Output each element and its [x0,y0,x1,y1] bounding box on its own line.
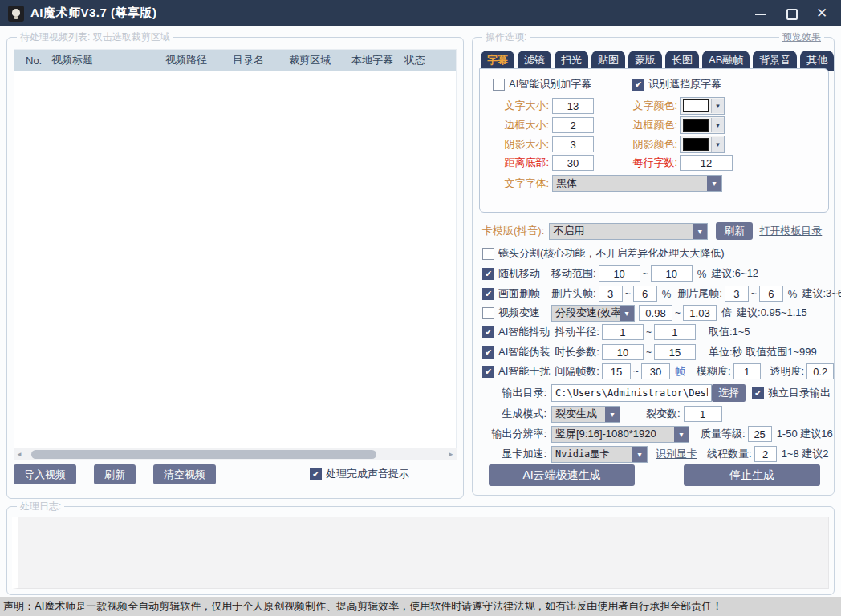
independent-dir-checkbox[interactable]: ✔ [752,387,764,399]
independent-dir-label: 独立目录输出 [768,386,831,400]
disclaimer-bar: 声明：AI魔术师是一款视频全自动剪辑软件，仅用于个人原创视频制作、提高剪辑效率，… [0,597,841,616]
interval-max-input[interactable] [641,363,670,379]
gpu-select[interactable]: Nvidia显卡 ▾ [551,446,648,463]
quality-hint: 1-50 建议16 [777,427,833,441]
bottom-distance-input[interactable] [552,155,594,171]
quality-input[interactable] [748,426,772,442]
jitter-max-input[interactable] [654,324,696,340]
text-size-input[interactable] [552,98,594,114]
resolution-select[interactable]: 竖屏[9:16]-1080*1920 ▾ [551,426,689,443]
scroll-right-icon[interactable]: ► [445,451,457,458]
scrollbar-thumb[interactable] [31,450,376,459]
random-move-checkbox[interactable]: ✔ [482,268,494,280]
interval-frames-label: 间隔帧数: [555,364,599,379]
shadow-color-select[interactable]: ▾ [680,136,725,153]
detect-gpu-link[interactable]: 识别显卡 [656,447,697,461]
interval-min-input[interactable] [602,363,631,379]
move-range-hint: 建议:6~12 [711,266,758,281]
chevron-down-icon: ▾ [674,427,689,442]
open-template-dir-link[interactable]: 打开模板目录 [759,224,822,238]
border-size-input[interactable] [552,117,594,133]
head-frames-max-input[interactable] [633,286,657,302]
cover-subtitle-checkbox[interactable]: ✔ [632,79,644,91]
log-textarea[interactable] [12,517,829,589]
move-range-min-input[interactable] [599,265,640,282]
scroll-left-icon[interactable]: ◄ [14,451,25,458]
duration-min-input[interactable] [602,344,644,360]
head-frames-label: 删片头帧: [551,286,596,301]
fission-count-input[interactable] [684,406,722,422]
stop-generate-button[interactable]: 停止生成 [684,464,820,486]
table-header-cell: 视频标题 [51,53,165,67]
output-dir-input[interactable] [551,384,712,402]
border-size-label: 边框大小: [480,118,549,132]
duration-max-input[interactable] [654,344,696,360]
border-color-select[interactable]: ▾ [680,116,725,134]
duration-param-label: 时长参数: [555,345,599,359]
chevron-down-icon: ▾ [711,99,724,113]
log-panel: 处理日志: [6,506,835,595]
tail-frames-min-input[interactable] [725,286,749,302]
cloud-generate-button[interactable]: AI云端极速生成 [489,464,635,486]
speed-hint: 建议:0.95~1.15 [737,306,807,320]
chevron-down-icon: ▾ [711,137,724,152]
threads-label: 线程数量: [707,447,752,461]
video-speed-checkbox[interactable] [482,307,494,319]
chevron-down-icon: ▾ [711,118,724,132]
choose-dir-button[interactable]: 选择 [712,384,746,402]
clear-videos-button[interactable]: 清空视频 [153,464,216,484]
ai-disguise-checkbox[interactable]: ✔ [482,346,494,359]
refresh-list-button[interactable]: 刷新 [94,464,136,484]
gen-mode-select[interactable]: 裂变生成 ▾ [551,406,620,423]
close-icon[interactable]: ✕ [815,7,828,20]
shot-split-checkbox[interactable] [482,248,494,260]
border-color-swatch [683,119,709,132]
gen-mode-label: 生成模式: [482,407,546,421]
ai-subtitle-checkbox[interactable] [493,79,505,91]
speed-unit: 倍 [721,306,732,320]
jitter-min-input[interactable] [602,324,644,340]
horizontal-scrollbar[interactable]: ◄ ► [14,448,457,460]
speed-mode-select[interactable]: 分段变速(效率优 ▾ [551,305,635,322]
blur-label: 模糊度: [697,364,731,379]
quality-label: 质量等级: [701,427,746,441]
app-logo-icon [8,6,24,22]
import-video-button[interactable]: 导入视频 [14,464,76,484]
shadow-size-input[interactable] [552,136,594,152]
head-frames-min-input[interactable] [599,286,623,302]
cover-subtitle-label: 识别遮挡原字幕 [648,77,721,91]
frame-delete-checkbox[interactable]: ✔ [482,288,494,300]
opacity-input[interactable] [806,363,834,379]
video-table-body[interactable] [14,71,456,448]
shot-split-label: 镜头分割(核心功能，不开启差异化处理大大降低) [498,246,725,261]
threads-input[interactable] [754,446,777,462]
blur-input[interactable] [733,363,761,379]
sound-alert-checkbox[interactable]: ✔ [310,468,322,480]
maximize-icon[interactable] [785,7,798,20]
font-select[interactable]: 黑体 ▾ [552,175,722,192]
ai-interfere-checkbox[interactable]: ✔ [482,366,494,378]
video-table[interactable]: No.视频标题视频路径目录名裁剪区域本地字幕状态 [14,49,457,460]
chevron-down-icon: ▾ [632,447,647,462]
preview-effect-link[interactable]: 预览效果 [779,30,824,44]
chevron-down-icon: ▾ [605,407,620,422]
table-header-cell: No. [14,55,51,67]
resolution-label: 输出分辨率: [482,427,546,441]
card-template-select[interactable]: 不启用 ▾ [549,223,708,240]
jitter-hint: 取值:1~5 [709,325,750,339]
sound-alert-label: 处理完成声音提示 [326,467,409,481]
template-refresh-button[interactable]: 刷新 [716,222,753,240]
output-dir-label: 输出目录: [482,386,546,400]
options-legend: 操作选项: [482,30,530,44]
move-range-max-input[interactable] [651,265,693,282]
speed-max-input[interactable] [683,305,717,321]
card-template-label: 卡模版(抖音): [482,224,544,238]
chars-per-line-input[interactable] [680,155,733,171]
speed-min-input[interactable] [639,305,672,321]
table-header-cell: 视频路径 [165,53,233,67]
ai-jitter-checkbox[interactable]: ✔ [482,326,494,338]
tail-frames-max-input[interactable] [759,286,783,302]
minimize-icon[interactable] [754,7,767,20]
jitter-radius-label: 抖动半径: [555,325,599,339]
text-color-select[interactable]: ▾ [680,97,725,115]
